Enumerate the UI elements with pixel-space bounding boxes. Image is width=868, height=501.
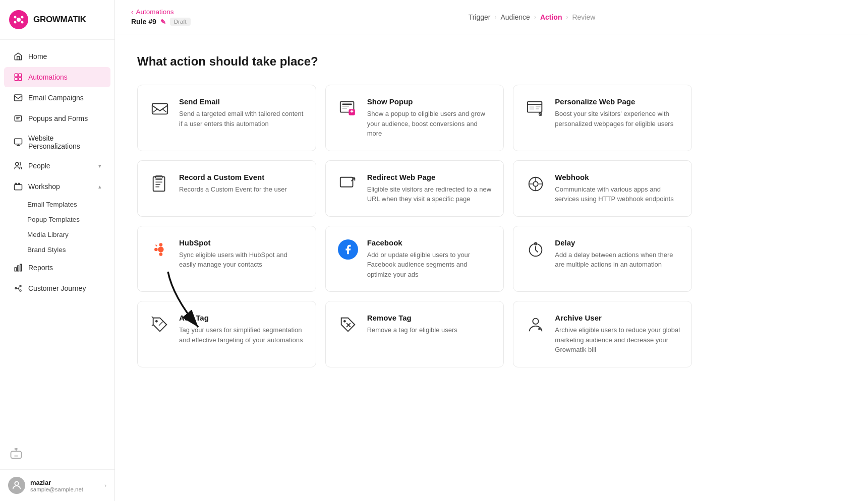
action-card-redirect-web[interactable]: Redirect Web Page Eligible site visitors… xyxy=(325,160,504,217)
svg-rect-25 xyxy=(342,104,352,105)
website-label: Website Personalizations xyxy=(28,134,101,150)
svg-point-46 xyxy=(155,320,158,323)
svg-point-12 xyxy=(16,162,19,165)
show-popup-title: Show Popup xyxy=(367,97,493,106)
sidebar-item-website-personalizations[interactable]: Website Personalizations xyxy=(4,129,110,155)
step-trigger[interactable]: Trigger xyxy=(469,13,491,21)
home-label: Home xyxy=(28,52,47,60)
sidebar-item-workshop[interactable]: Workshop ▴ xyxy=(4,176,110,197)
sidebar-item-media-library[interactable]: Media Library xyxy=(27,227,110,242)
edit-rule-icon[interactable]: ✎ xyxy=(160,18,166,26)
logo-icon xyxy=(9,10,28,29)
svg-rect-11 xyxy=(15,139,22,144)
delay-title: Delay xyxy=(555,238,680,247)
record-event-title: Record a Custom Event xyxy=(179,173,287,181)
step-action[interactable]: Action xyxy=(540,13,562,21)
send-email-body: Send Email Send a targeted email with ta… xyxy=(179,97,305,129)
svg-point-3 xyxy=(14,21,17,24)
action-card-delay[interactable]: Delay Add a delay between actions when t… xyxy=(513,226,692,292)
action-card-send-email[interactable]: Send Email Send a targeted email with ta… xyxy=(137,85,316,151)
archive-user-title: Archive User xyxy=(555,314,680,322)
sidebar-item-customer-journey[interactable]: Customer Journey xyxy=(4,278,110,298)
steps-breadcrumb: Trigger › Audience › Action › Review xyxy=(212,13,852,21)
page-title: What action should take place? xyxy=(137,54,846,69)
action-card-personalize-web[interactable]: Personalize Web Page Boost your site vis… xyxy=(513,85,692,151)
popups-icon xyxy=(13,113,23,123)
action-card-record-event[interactable]: Record a Custom Event Records a Custom E… xyxy=(137,160,316,217)
people-label: People xyxy=(28,162,50,170)
content-area: What action should take place? Send Emai… xyxy=(115,34,868,501)
back-chevron-icon: ‹ xyxy=(131,8,134,16)
redirect-web-desc: Eligible site visitors are redirected to… xyxy=(367,184,493,204)
action-card-facebook[interactable]: Facebook Add or update eligible users to… xyxy=(325,226,504,292)
svg-rect-36 xyxy=(340,177,353,186)
rule-info: Rule #9 ✎ Draft xyxy=(131,18,212,26)
automations-label: Automations xyxy=(28,73,68,81)
svg-point-19 xyxy=(20,290,21,291)
reports-icon xyxy=(13,263,23,273)
email-campaigns-icon xyxy=(13,93,23,103)
show-popup-desc: Show a popup to eligible users and grow … xyxy=(367,109,493,139)
sidebar-item-people[interactable]: People ▾ xyxy=(4,156,110,176)
user-profile[interactable]: maziar sample@sample.net › xyxy=(0,469,114,501)
personalize-web-body: Personalize Web Page Boost your site vis… xyxy=(555,97,680,129)
automations-icon xyxy=(13,72,23,82)
action-card-webhook[interactable]: Webhook Communicate with various apps an… xyxy=(513,160,692,217)
action-card-archive-user[interactable]: Archive User Archive eligible users to r… xyxy=(513,301,692,367)
record-event-icon xyxy=(149,173,171,195)
sidebar-item-brand-styles[interactable]: Brand Styles xyxy=(27,242,110,257)
sidebar-item-popups-forms[interactable]: Popups and Forms xyxy=(4,108,110,129)
step-trigger-label: Trigger xyxy=(469,13,491,21)
rule-number: Rule #9 xyxy=(131,18,156,26)
hubspot-desc: Sync eligible users with HubSpot and eas… xyxy=(179,250,305,270)
people-chevron-icon: ▾ xyxy=(98,163,101,169)
action-card-add-tag[interactable]: Add Tag Tag your users for simplified se… xyxy=(137,301,316,367)
action-card-hubspot[interactable]: HubSpot Sync eligible users with HubSpot… xyxy=(137,226,316,292)
archive-user-desc: Archive eligible users to reduce your gl… xyxy=(555,325,680,355)
svg-rect-13 xyxy=(15,184,22,190)
back-label: Automations xyxy=(136,8,174,16)
sidebar-item-reports[interactable]: Reports xyxy=(4,258,110,278)
customer-journey-icon xyxy=(13,283,23,293)
svg-rect-27 xyxy=(342,108,347,109)
delay-body: Delay Add a delay between actions when t… xyxy=(555,238,680,270)
logo-text: GROWMATIK xyxy=(33,15,86,25)
show-popup-icon xyxy=(337,97,359,119)
delay-desc: Add a delay between actions when there a… xyxy=(555,250,680,270)
user-email: sample@sample.net xyxy=(30,486,99,492)
step-audience[interactable]: Audience xyxy=(500,13,530,21)
sidebar-item-popup-templates[interactable]: Popup Templates xyxy=(27,212,110,227)
workshop-chevron-icon: ▴ xyxy=(98,183,101,190)
topbar-left: ‹ Automations Rule #9 ✎ Draft xyxy=(131,8,212,26)
svg-point-48 xyxy=(533,319,539,324)
facebook-icon xyxy=(337,238,359,261)
svg-rect-31 xyxy=(536,106,541,107)
action-card-remove-tag[interactable]: Remove Tag Remove a tag for eligible use… xyxy=(325,301,504,367)
back-to-automations[interactable]: ‹ Automations xyxy=(131,8,206,16)
step-audience-label: Audience xyxy=(500,13,530,21)
reports-label: Reports xyxy=(28,264,53,272)
step-sep-2: › xyxy=(534,14,536,21)
user-name: maziar xyxy=(30,479,99,486)
sidebar-item-email-campaigns[interactable]: Email Campaigns xyxy=(4,88,110,108)
popups-label: Popups and Forms xyxy=(28,114,88,122)
svg-rect-14 xyxy=(15,268,16,271)
sidebar-item-home[interactable]: Home xyxy=(4,46,110,67)
home-icon xyxy=(13,51,23,61)
archive-user-icon xyxy=(525,314,547,336)
svg-rect-20 xyxy=(11,451,22,458)
bot-icon[interactable] xyxy=(0,441,114,469)
svg-rect-5 xyxy=(15,74,18,77)
remove-tag-icon xyxy=(337,314,359,336)
website-icon xyxy=(13,137,23,147)
personalize-web-title: Personalize Web Page xyxy=(555,97,680,106)
sidebar-item-email-templates[interactable]: Email Templates xyxy=(27,197,110,212)
sidebar-item-automations[interactable]: Automations xyxy=(4,67,110,87)
action-card-show-popup[interactable]: Show Popup Show a popup to eligible user… xyxy=(325,85,504,151)
step-sep-3: › xyxy=(566,14,568,21)
svg-rect-16 xyxy=(20,264,22,271)
svg-point-4 xyxy=(21,21,24,24)
avatar xyxy=(8,477,25,494)
personalize-web-desc: Boost your site visitors' experience wit… xyxy=(555,109,680,129)
step-review[interactable]: Review xyxy=(572,13,595,21)
